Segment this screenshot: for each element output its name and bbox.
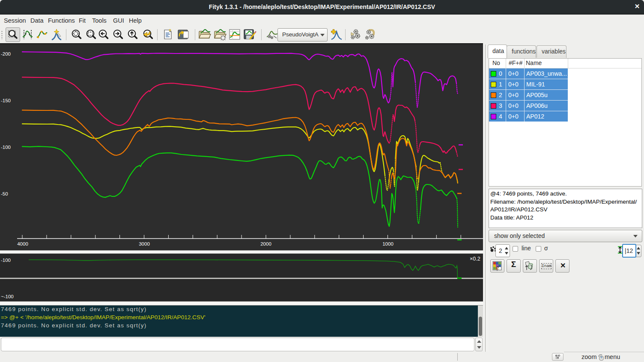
svg-text:-50: -50 — [1, 191, 8, 196]
svg-text:-100: -100 — [1, 258, 11, 263]
svg-text:1000: 1000 — [382, 241, 394, 246]
svg-text:2000: 2000 — [260, 241, 271, 246]
svg-text:-200: -200 — [1, 51, 11, 56]
svg-text:4000: 4000 — [17, 241, 28, 246]
svg-text:-100: -100 — [1, 145, 11, 150]
svg-text:×0.2: ×0.2 — [470, 256, 480, 262]
svg-text:3000: 3000 — [139, 241, 150, 246]
svg-text:-150: -150 — [1, 98, 11, 103]
